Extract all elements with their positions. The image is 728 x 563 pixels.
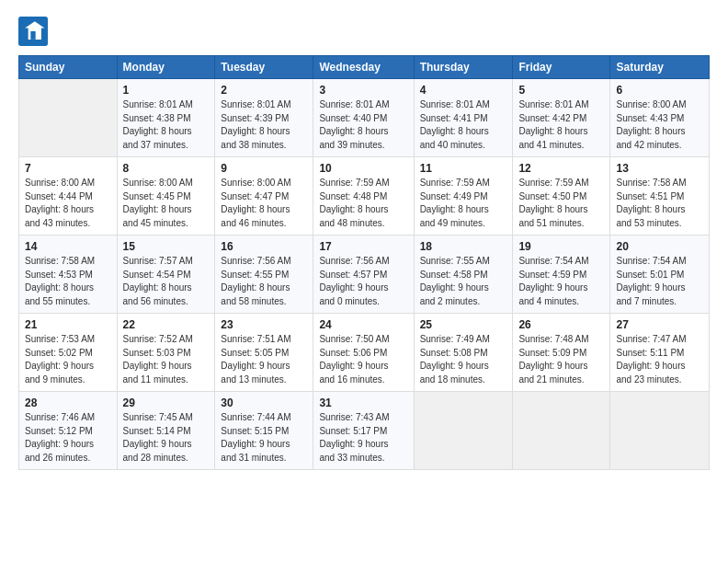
day-info: Sunrise: 8:01 AM Sunset: 4:42 PM Dayligh… <box>518 98 604 152</box>
day-number: 10 <box>319 162 407 175</box>
day-cell: 1Sunrise: 8:01 AM Sunset: 4:38 PM Daylig… <box>117 79 215 157</box>
day-cell: 19Sunrise: 7:54 AM Sunset: 4:59 PM Dayli… <box>513 236 610 314</box>
day-number: 29 <box>123 396 210 409</box>
day-info: Sunrise: 8:00 AM Sunset: 4:43 PM Dayligh… <box>616 98 703 152</box>
day-cell: 10Sunrise: 7:59 AM Sunset: 4:48 PM Dayli… <box>313 157 414 236</box>
day-info: Sunrise: 8:00 AM Sunset: 4:47 PM Dayligh… <box>221 177 307 230</box>
day-info: Sunrise: 7:59 AM Sunset: 4:48 PM Dayligh… <box>319 177 407 230</box>
day-info: Sunrise: 7:44 AM Sunset: 5:15 PM Dayligh… <box>221 411 307 465</box>
day-info: Sunrise: 7:53 AM Sunset: 5:02 PM Dayligh… <box>25 333 111 386</box>
day-cell: 12Sunrise: 7:59 AM Sunset: 4:50 PM Dayli… <box>513 157 610 236</box>
day-info: Sunrise: 7:46 AM Sunset: 5:12 PM Dayligh… <box>25 411 111 465</box>
day-cell: 15Sunrise: 7:57 AM Sunset: 4:54 PM Dayli… <box>117 236 215 314</box>
week-row-4: 21Sunrise: 7:53 AM Sunset: 5:02 PM Dayli… <box>19 314 710 392</box>
day-cell: 2Sunrise: 8:01 AM Sunset: 4:39 PM Daylig… <box>215 79 313 157</box>
day-cell <box>414 392 513 470</box>
day-info: Sunrise: 7:52 AM Sunset: 5:03 PM Dayligh… <box>123 333 210 386</box>
day-info: Sunrise: 8:01 AM Sunset: 4:41 PM Dayligh… <box>420 98 507 152</box>
day-info: Sunrise: 7:47 AM Sunset: 5:11 PM Dayligh… <box>616 333 703 386</box>
header-cell-saturday: Saturday <box>610 56 710 79</box>
day-cell: 11Sunrise: 7:59 AM Sunset: 4:49 PM Dayli… <box>414 157 513 236</box>
day-cell: 22Sunrise: 7:52 AM Sunset: 5:03 PM Dayli… <box>117 314 215 392</box>
day-info: Sunrise: 7:48 AM Sunset: 5:09 PM Dayligh… <box>518 333 604 386</box>
day-cell: 13Sunrise: 7:58 AM Sunset: 4:51 PM Dayli… <box>610 157 710 236</box>
day-number: 25 <box>420 318 507 331</box>
day-number: 19 <box>518 240 604 253</box>
day-cell: 28Sunrise: 7:46 AM Sunset: 5:12 PM Dayli… <box>19 392 118 470</box>
day-info: Sunrise: 7:50 AM Sunset: 5:06 PM Dayligh… <box>319 333 407 386</box>
day-info: Sunrise: 7:56 AM Sunset: 4:55 PM Dayligh… <box>221 255 307 308</box>
day-number: 7 <box>25 162 111 175</box>
header-cell-sunday: Sunday <box>19 56 118 79</box>
day-number: 9 <box>221 162 307 175</box>
header-cell-wednesday: Wednesday <box>313 56 414 79</box>
day-cell: 17Sunrise: 7:56 AM Sunset: 4:57 PM Dayli… <box>313 236 414 314</box>
day-cell: 31Sunrise: 7:43 AM Sunset: 5:17 PM Dayli… <box>313 392 414 470</box>
logo-icon <box>18 17 48 46</box>
day-cell: 9Sunrise: 8:00 AM Sunset: 4:47 PM Daylig… <box>215 157 313 236</box>
day-number: 26 <box>518 318 604 331</box>
day-cell: 8Sunrise: 8:00 AM Sunset: 4:45 PM Daylig… <box>117 157 215 236</box>
day-number: 14 <box>25 240 111 253</box>
calendar-body: 1Sunrise: 8:01 AM Sunset: 4:38 PM Daylig… <box>19 79 710 470</box>
day-cell: 30Sunrise: 7:44 AM Sunset: 5:15 PM Dayli… <box>215 392 313 470</box>
day-cell: 23Sunrise: 7:51 AM Sunset: 5:05 PM Dayli… <box>215 314 313 392</box>
day-number: 16 <box>221 240 307 253</box>
day-number: 30 <box>221 396 307 409</box>
day-number: 8 <box>123 162 210 175</box>
week-row-2: 7Sunrise: 8:00 AM Sunset: 4:44 PM Daylig… <box>19 157 710 236</box>
day-number: 13 <box>616 162 703 175</box>
day-cell: 29Sunrise: 7:45 AM Sunset: 5:14 PM Dayli… <box>117 392 215 470</box>
day-cell: 25Sunrise: 7:49 AM Sunset: 5:08 PM Dayli… <box>414 314 513 392</box>
day-info: Sunrise: 7:58 AM Sunset: 4:51 PM Dayligh… <box>616 177 703 230</box>
week-row-5: 28Sunrise: 7:46 AM Sunset: 5:12 PM Dayli… <box>19 392 710 470</box>
header-cell-monday: Monday <box>117 56 215 79</box>
day-number: 21 <box>25 318 111 331</box>
day-info: Sunrise: 8:01 AM Sunset: 4:38 PM Dayligh… <box>123 98 210 152</box>
svg-rect-2 <box>30 31 35 40</box>
day-number: 23 <box>221 318 307 331</box>
day-cell: 4Sunrise: 8:01 AM Sunset: 4:41 PM Daylig… <box>414 79 513 157</box>
day-info: Sunrise: 7:54 AM Sunset: 5:01 PM Dayligh… <box>616 255 703 308</box>
calendar-table: SundayMondayTuesdayWednesdayThursdayFrid… <box>18 55 710 470</box>
day-number: 28 <box>25 396 111 409</box>
day-number: 22 <box>123 318 210 331</box>
header-cell-thursday: Thursday <box>414 56 513 79</box>
day-number: 11 <box>420 162 507 175</box>
header-cell-tuesday: Tuesday <box>215 56 313 79</box>
day-number: 1 <box>123 84 210 97</box>
day-info: Sunrise: 7:55 AM Sunset: 4:58 PM Dayligh… <box>420 255 507 308</box>
week-row-3: 14Sunrise: 7:58 AM Sunset: 4:53 PM Dayli… <box>19 236 710 314</box>
day-cell <box>513 392 610 470</box>
day-cell: 5Sunrise: 8:01 AM Sunset: 4:42 PM Daylig… <box>513 79 610 157</box>
day-cell: 20Sunrise: 7:54 AM Sunset: 5:01 PM Dayli… <box>610 236 710 314</box>
day-number: 2 <box>221 84 307 97</box>
day-cell <box>610 392 710 470</box>
day-number: 5 <box>518 84 604 97</box>
header-cell-friday: Friday <box>513 56 610 79</box>
day-cell <box>19 79 118 157</box>
day-cell: 21Sunrise: 7:53 AM Sunset: 5:02 PM Dayli… <box>19 314 118 392</box>
header <box>18 17 710 46</box>
day-info: Sunrise: 7:59 AM Sunset: 4:50 PM Dayligh… <box>518 177 604 230</box>
day-cell: 24Sunrise: 7:50 AM Sunset: 5:06 PM Dayli… <box>313 314 414 392</box>
day-number: 3 <box>319 84 407 97</box>
day-cell: 3Sunrise: 8:01 AM Sunset: 4:40 PM Daylig… <box>313 79 414 157</box>
day-number: 20 <box>616 240 703 253</box>
day-cell: 18Sunrise: 7:55 AM Sunset: 4:58 PM Dayli… <box>414 236 513 314</box>
day-info: Sunrise: 7:43 AM Sunset: 5:17 PM Dayligh… <box>319 411 407 465</box>
page: SundayMondayTuesdayWednesdayThursdayFrid… <box>0 0 728 563</box>
day-number: 24 <box>319 318 407 331</box>
week-row-1: 1Sunrise: 8:01 AM Sunset: 4:38 PM Daylig… <box>19 79 710 157</box>
header-row: SundayMondayTuesdayWednesdayThursdayFrid… <box>19 56 710 79</box>
day-info: Sunrise: 8:01 AM Sunset: 4:40 PM Dayligh… <box>319 98 407 152</box>
day-info: Sunrise: 7:51 AM Sunset: 5:05 PM Dayligh… <box>221 333 307 386</box>
day-cell: 14Sunrise: 7:58 AM Sunset: 4:53 PM Dayli… <box>19 236 118 314</box>
day-cell: 26Sunrise: 7:48 AM Sunset: 5:09 PM Dayli… <box>513 314 610 392</box>
day-number: 31 <box>319 396 407 409</box>
day-number: 6 <box>616 84 703 97</box>
day-info: Sunrise: 8:01 AM Sunset: 4:39 PM Dayligh… <box>221 98 307 152</box>
day-number: 15 <box>123 240 210 253</box>
day-cell: 7Sunrise: 8:00 AM Sunset: 4:44 PM Daylig… <box>19 157 118 236</box>
calendar-header: SundayMondayTuesdayWednesdayThursdayFrid… <box>19 56 710 79</box>
